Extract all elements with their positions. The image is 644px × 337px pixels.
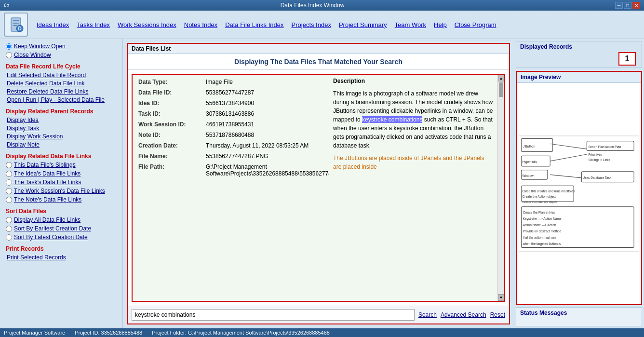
scroll-down-button[interactable]: ▼ bbox=[498, 294, 504, 301]
nav-close-program[interactable]: Close Program bbox=[452, 20, 499, 29]
close-button[interactable]: ✕ bbox=[632, 2, 640, 9]
sidebar-radio-note-links-radio[interactable]: The Note's Data File Links bbox=[6, 196, 117, 203]
svg-text:D: D bbox=[18, 26, 21, 31]
svg-text:Primitives: Primitives bbox=[589, 153, 603, 156]
field-value: G:\Project Management Software\Projects\… bbox=[206, 163, 329, 177]
radio-display-all-radio[interactable] bbox=[6, 217, 12, 223]
sidebar-radio-task-links-radio[interactable]: The Task's Data File Links bbox=[6, 179, 117, 186]
svg-text:Siblings > Links: Siblings > Links bbox=[589, 158, 611, 162]
field-row: Work Session ID:466191738955431 bbox=[138, 121, 323, 128]
window-behavior-group: Keep Window OpenClose Window bbox=[6, 43, 117, 58]
reset-button[interactable]: Reset bbox=[490, 311, 505, 318]
display-note[interactable]: Display Note bbox=[6, 141, 117, 148]
status-messages-title: Status Messages bbox=[520, 310, 638, 316]
svg-text:Simon Plan Action Plan: Simon Plan Action Plan bbox=[589, 145, 621, 148]
nav-links: Ideas IndexTasks IndexWork Sessions Inde… bbox=[34, 20, 640, 29]
sidebar-radio-idea-links-radio[interactable]: The Idea's Data File Links bbox=[6, 170, 117, 177]
restore-data-file[interactable]: Restore Deleted Data File Links bbox=[6, 88, 117, 95]
open-data-file[interactable]: Open | Run | Play - Selected Data File bbox=[6, 96, 117, 103]
nav-team-work[interactable]: Team Work bbox=[392, 20, 429, 29]
svg-text:Provide an abstract method: Provide an abstract method bbox=[523, 229, 562, 233]
radio-keep-window-open[interactable] bbox=[6, 43, 12, 50]
sidebar: Keep Window OpenClose Window Data File R… bbox=[0, 39, 123, 328]
field-label: Creation Date: bbox=[138, 142, 206, 149]
title-bar: 🗂 Data Files Index Window ─ □ ✕ bbox=[0, 0, 644, 11]
radio-siblings-radio[interactable] bbox=[6, 162, 12, 168]
label-idea-links-radio: The Idea's Data File Links bbox=[14, 170, 80, 177]
delete-data-file[interactable]: Delete Selected Data File Link bbox=[6, 80, 117, 87]
sidebar-radio-display-all-radio[interactable]: Display All Data File Links bbox=[6, 216, 117, 223]
description-scrollbar[interactable]: ▲ ▼ bbox=[497, 75, 504, 301]
search-title: Displaying The Data Files That Matched Y… bbox=[128, 54, 509, 70]
search-input[interactable]: keystroke combinations bbox=[132, 309, 415, 321]
radio-work-session-links-radio[interactable] bbox=[6, 188, 12, 194]
status-messages-section: Status Messages bbox=[516, 307, 642, 326]
sidebar-radio-sort-latest-radio[interactable]: Sort By Latest Creation Date bbox=[6, 234, 117, 241]
field-row: Note ID:553718786680488 bbox=[138, 132, 323, 138]
label-note-links-radio: The Note's Data File Links bbox=[14, 196, 81, 203]
field-row: Creation Date:Thursday, August 11, 2022 … bbox=[138, 142, 323, 149]
display-idea[interactable]: Display Idea bbox=[6, 117, 117, 123]
maximize-button[interactable]: □ bbox=[624, 2, 631, 9]
nav-work-sessions-index[interactable]: Work Sessions Index bbox=[115, 20, 179, 29]
radio-note-links-radio[interactable] bbox=[6, 197, 12, 203]
minimize-button[interactable]: ─ bbox=[615, 2, 623, 9]
radio-sort-latest-radio[interactable] bbox=[6, 234, 12, 241]
scroll-thumb[interactable] bbox=[499, 82, 503, 97]
image-preview-content: JButton Hyperlinks Window Simon Plan Act… bbox=[517, 83, 641, 304]
main-window: D Ideas IndexTasks IndexWork Sessions In… bbox=[0, 11, 644, 337]
label-keep-window-open: Keep Window Open bbox=[14, 43, 66, 50]
field-value: 553856277447287.PNG bbox=[206, 153, 323, 160]
displayed-records-section: Displayed Records 1 bbox=[516, 41, 642, 68]
radio-idea-links-radio[interactable] bbox=[6, 171, 12, 177]
search-button[interactable]: Search bbox=[418, 311, 437, 318]
field-row: File Path:G:\Project Management Software… bbox=[138, 163, 323, 177]
nav-data-file-links-index[interactable]: Data File Links Index bbox=[222, 20, 286, 29]
sidebar-radio-close-window[interactable]: Close Window bbox=[6, 52, 117, 58]
field-row: Data Type:Image File bbox=[138, 79, 323, 85]
content-area: Keep Window OpenClose Window Data File R… bbox=[0, 39, 644, 328]
display-task[interactable]: Display Task bbox=[6, 125, 117, 132]
display-work-session[interactable]: Display Work Session bbox=[6, 133, 117, 140]
print-selected[interactable]: Print Selected Records bbox=[6, 254, 117, 261]
radio-close-window[interactable] bbox=[6, 52, 12, 58]
svg-text:Create the Action object: Create the Action object bbox=[523, 195, 556, 199]
record-fields: Data Type:Image FileData File ID:5538562… bbox=[133, 75, 329, 301]
status-bar: Project Manager Software Project ID: 335… bbox=[0, 328, 644, 337]
radio-sort-earliest-radio[interactable] bbox=[6, 226, 12, 232]
label-task-links-radio: The Task's Data File Links bbox=[14, 179, 81, 186]
sidebar-radio-sort-earliest-radio[interactable]: Sort By Earliest Creation Date bbox=[6, 225, 117, 232]
window-controls: ─ □ ✕ bbox=[615, 2, 640, 9]
svg-text:Keystroke —> Action Name: Keystroke —> Action Name bbox=[523, 217, 562, 221]
svg-text:Window: Window bbox=[523, 174, 534, 177]
section-title-display-related-parent-records: Display Related Parent Records bbox=[6, 108, 117, 115]
nav-help[interactable]: Help bbox=[431, 20, 450, 29]
field-label: Data Type: bbox=[138, 79, 206, 85]
image-preview-title: Image Preview bbox=[517, 72, 641, 83]
nav-projects-index[interactable]: Projects Index bbox=[289, 20, 334, 29]
right-panel: Displayed Records 1 Image Preview JButto… bbox=[514, 39, 644, 328]
sidebar-radio-keep-window-open[interactable]: Keep Window Open bbox=[6, 43, 117, 50]
section-title-print-records: Print Records bbox=[6, 245, 117, 252]
scroll-up-button[interactable]: ▲ bbox=[498, 75, 504, 81]
nav-ideas-index[interactable]: Ideas Index bbox=[34, 20, 72, 29]
sidebar-radio-siblings-radio[interactable]: This Data File's Siblings bbox=[6, 162, 117, 168]
svg-text:Action Name —> Action: Action Name —> Action bbox=[523, 223, 556, 227]
label-sort-latest-radio: Sort By Latest Creation Date bbox=[14, 234, 88, 241]
field-label: Idea ID: bbox=[138, 100, 206, 107]
status-project-folder: Project Folder: G:\Project Management So… bbox=[152, 330, 330, 336]
data-files-content: Data Type:Image FileData File ID:5538562… bbox=[128, 70, 509, 306]
nav-notes-index[interactable]: Notes Index bbox=[181, 20, 220, 29]
sidebar-radio-work-session-links-radio[interactable]: The Work Session's Data File Links bbox=[6, 188, 117, 194]
edit-data-file[interactable]: Edit Selected Data File Record bbox=[6, 72, 117, 79]
svg-rect-1 bbox=[13, 20, 19, 21]
advanced-search-button[interactable]: Advanced Search bbox=[441, 311, 486, 318]
label-display-all-radio: Display All Data File Links bbox=[14, 216, 80, 223]
field-label: Task ID: bbox=[138, 110, 206, 117]
nav-tasks-index[interactable]: Tasks Index bbox=[74, 20, 113, 29]
radio-task-links-radio[interactable] bbox=[6, 179, 12, 186]
field-row: File Name:553856277447287.PNG bbox=[138, 153, 323, 160]
svg-rect-6 bbox=[519, 136, 639, 251]
svg-rect-2 bbox=[13, 23, 19, 24]
nav-project-summary[interactable]: Project Summary bbox=[336, 20, 390, 29]
